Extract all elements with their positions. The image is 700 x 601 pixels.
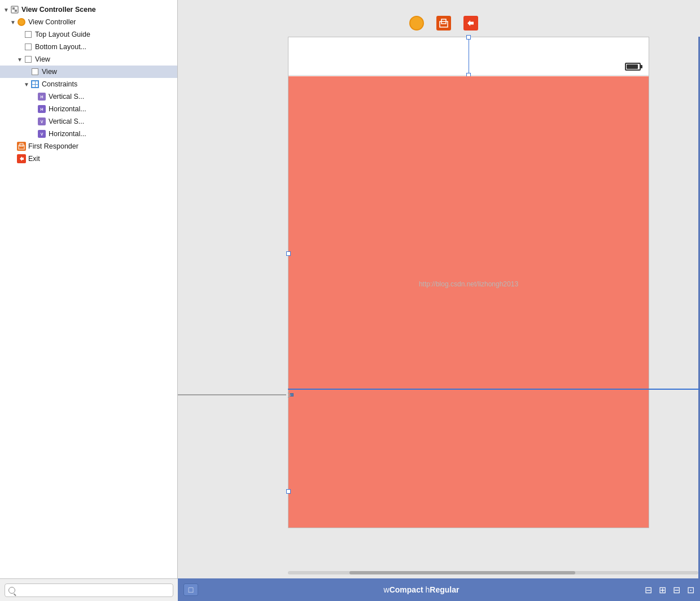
view-child-label: View: [42, 68, 57, 76]
toolbar-right-icons: ⊟ ⊞ ⊟ ⊡: [645, 585, 694, 595]
purple-v-icon: V: [37, 117, 46, 126]
status-bar: [288, 37, 649, 76]
w-label: w: [384, 585, 390, 594]
horizontal2-label: Horizontal...: [49, 130, 86, 138]
top-layout-label: Top Layout Guide: [35, 31, 90, 38]
sidebar-item-view-controller-scene[interactable]: ▼ View Controller Scene: [0, 3, 177, 16]
sidebar-item-vertical-s2[interactable]: V Vertical S...: [0, 115, 177, 128]
bottom-toolbar: □ wCompact hRegular ⊟ ⊞ ⊟ ⊡: [178, 578, 700, 601]
svg-rect-2: [15, 10, 17, 12]
orange-cube-icon: [17, 142, 26, 151]
h-label: h: [423, 585, 430, 594]
bottom-layout-label: Bottom Layout...: [35, 43, 86, 51]
scrollbar-track[interactable]: [288, 570, 698, 575]
exit-icon: [17, 154, 26, 163]
canvas-top-icons: [409, 16, 478, 31]
regular-label: Regular: [430, 585, 459, 594]
scene-label: View Controller Scene: [21, 6, 96, 14]
square-icon: □: [189, 585, 193, 594]
v-constraint-line: [469, 37, 469, 75]
rect-icon: [30, 67, 40, 76]
sidebar-search-bar: [0, 578, 178, 601]
sidebar-item-bottom-layout[interactable]: Bottom Layout...: [0, 41, 177, 53]
main-area: ▼ View Controller Scene ▼ View Controlle…: [0, 0, 700, 601]
sidebar-item-view-parent[interactable]: ▼ View: [0, 53, 177, 66]
canvas-area: http://blog.csdn.net/lizhongh2013 › □ wC…: [178, 0, 700, 601]
arrow-icon: ▼: [23, 81, 30, 88]
exit-label: Exit: [28, 155, 40, 163]
watermark: http://blog.csdn.net/lizhongh2013: [288, 280, 649, 288]
canvas-yellow-circle-icon: [409, 16, 424, 31]
sidebar-item-view-controller[interactable]: ▼ View Controller: [0, 16, 177, 28]
layout-icon-3[interactable]: ⊟: [673, 585, 680, 595]
handle-left: [286, 251, 291, 256]
purple-v2-icon: V: [37, 129, 46, 138]
blue-grid-icon: [30, 80, 40, 89]
battery-icon: [625, 63, 641, 71]
first-responder-label: First Responder: [28, 142, 78, 150]
svg-rect-5: [440, 21, 448, 27]
search-icon: [8, 587, 15, 594]
arrow-head-icon: ›: [287, 389, 291, 401]
view-parent-label: View: [35, 55, 50, 63]
canvas-exit-icon: [463, 16, 478, 31]
add-constraints-button[interactable]: □: [183, 583, 198, 596]
rect-icon: [24, 30, 33, 39]
arrow-line: [178, 394, 286, 395]
rect-icon: [24, 55, 33, 64]
connection-arrow: ›: [178, 389, 294, 401]
size-class-label: wCompact hRegular: [198, 585, 645, 594]
purple-h2-icon: H: [37, 104, 46, 114]
scene-icon: [10, 5, 19, 14]
sidebar-item-vertical-s1[interactable]: H Vertical S...: [0, 90, 177, 103]
rect-icon: [24, 42, 33, 51]
svg-rect-1: [12, 7, 15, 10]
constraints-label: Constraints: [42, 80, 77, 88]
vertical-s1-label: Vertical S...: [49, 93, 84, 101]
constraint-handle-top: [466, 35, 471, 40]
canvas-red-cube-icon: [436, 16, 451, 31]
search-input-container[interactable]: [5, 583, 173, 597]
layout-icon-2[interactable]: ⊞: [659, 585, 666, 595]
sidebar-item-horizontal2[interactable]: V Horizontal...: [0, 128, 177, 140]
arrow-icon: ▼: [16, 56, 24, 63]
sidebar-item-horizontal1[interactable]: H Horizontal...: [0, 103, 177, 115]
purple-h-icon: H: [37, 92, 46, 101]
sidebar-item-constraints[interactable]: ▼ Constraints: [0, 78, 177, 90]
sidebar: ▼ View Controller Scene ▼ View Controlle…: [0, 0, 178, 601]
yellow-circle-icon: [17, 18, 26, 27]
sidebar-item-exit[interactable]: Exit: [0, 153, 177, 165]
scrollbar-background: [288, 571, 698, 574]
sidebar-item-top-layout-guide[interactable]: Top Layout Guide: [0, 28, 177, 41]
scrollbar-thumb[interactable]: [349, 571, 575, 574]
handle-bottom-left: [286, 489, 291, 494]
sidebar-item-view-child[interactable]: View: [0, 66, 177, 78]
red-view: [288, 76, 649, 528]
search-input[interactable]: [18, 586, 169, 594]
horizontal1-label: Horizontal...: [49, 105, 86, 113]
vertical-s2-label: Vertical S...: [49, 117, 84, 125]
arrow-icon: ▼: [2, 7, 10, 13]
h-constraint-line: [288, 389, 700, 390]
view-controller-label: View Controller: [28, 18, 76, 26]
arrow-icon: ▼: [9, 19, 17, 25]
iphone-frame: http://blog.csdn.net/lizhongh2013: [288, 37, 649, 528]
compact-label: Compact: [390, 585, 423, 594]
layout-icon-4[interactable]: ⊡: [687, 585, 694, 595]
layout-icon-1[interactable]: ⊟: [645, 585, 652, 595]
sidebar-item-first-responder[interactable]: First Responder: [0, 140, 177, 153]
